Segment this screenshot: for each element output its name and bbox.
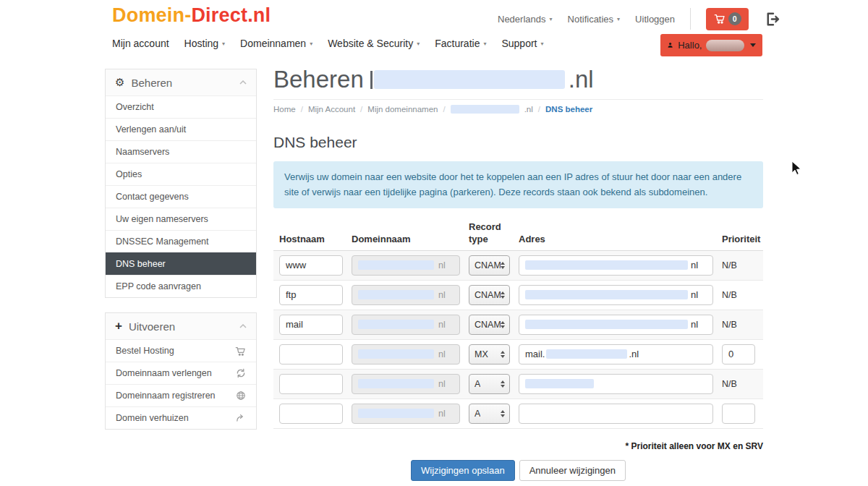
hostname-input[interactable] [279, 315, 343, 335]
cart-icon [235, 346, 246, 357]
record-type-select[interactable]: MX [469, 344, 510, 364]
redacted-text [525, 290, 688, 299]
breadcrumb-domain-suffix[interactable]: .nl [524, 105, 533, 114]
refresh-icon [236, 368, 246, 378]
plus-icon: + [115, 319, 122, 333]
redacted-text [358, 349, 434, 359]
page-title: Beheren .nl [273, 64, 763, 95]
save-changes-button[interactable]: Wijzigingen opslaan [411, 460, 515, 481]
sidebar-item-domein-verhuizen[interactable]: Domein verhuizen [106, 406, 256, 429]
record-type-select[interactable]: CNAM [469, 255, 510, 276]
chevron-down-icon: ▾ [541, 40, 544, 47]
logout-icon[interactable] [764, 11, 780, 27]
logout-link[interactable]: Uitloggen [635, 14, 675, 25]
nav-item-support[interactable]: Support▾ [501, 38, 543, 49]
hostname-input[interactable] [279, 374, 343, 394]
redacted-text [358, 320, 434, 329]
sidebar-item-overzicht[interactable]: Overzicht [106, 95, 256, 118]
chevron-down-icon [750, 43, 756, 47]
select-spinner-icon [501, 262, 505, 269]
address-input[interactable] [519, 404, 713, 424]
hostname-input[interactable] [279, 404, 343, 424]
address-input[interactable]: nl [519, 255, 713, 276]
cart-count-badge: 0 [728, 12, 741, 25]
table-row: nl CNAM nl N/B [273, 310, 763, 340]
sidebar-item-verlengen[interactable]: Verlengen aan/uit [106, 118, 256, 140]
sidebar-item-dns-beheer[interactable]: DNS beheer [106, 252, 256, 275]
sidebar-item-dnssec[interactable]: DNSSEC Management [106, 230, 256, 252]
nav-item-website-security[interactable]: Website & Security▾ [328, 38, 420, 49]
redacted-text [525, 260, 688, 270]
record-type-select[interactable]: A [469, 404, 510, 424]
table-header-row: Hostnaam Domeinnaam Record type Adres Pr… [273, 218, 763, 251]
redacted-text [370, 71, 373, 89]
record-type-select[interactable]: CNAM [469, 285, 510, 305]
chevron-down-icon: ▾ [310, 40, 312, 47]
hostname-input[interactable] [279, 344, 343, 364]
logout-label: Uitloggen [635, 14, 675, 25]
address-input[interactable]: mail..nl [519, 344, 713, 364]
sidebar-header-beheren[interactable]: ⚙ Beheren [106, 69, 256, 95]
redacted-username [706, 40, 744, 51]
breadcrumb-mijn-account[interactable]: Mijn Account [308, 105, 355, 114]
cancel-changes-button[interactable]: Annuleer wijzigingen [519, 460, 626, 481]
sidebar-item-domeinnaam-verlengen[interactable]: Domeinnaam verlengen [106, 362, 256, 384]
user-menu-button[interactable]: Hallo, [660, 34, 762, 56]
brand-logo-part1: Domein- [112, 4, 191, 26]
redacted-text [358, 260, 434, 270]
select-spinner-icon [501, 380, 505, 388]
hostname-input[interactable] [279, 285, 343, 305]
redacted-text [525, 320, 688, 329]
domain-input-disabled: nl [352, 344, 460, 364]
address-input[interactable]: nl [519, 285, 713, 305]
select-spinner-icon [501, 321, 505, 328]
redacted-text [358, 409, 434, 418]
breadcrumb-home[interactable]: Home [273, 105, 296, 114]
table-row: nl A N/B [273, 370, 763, 399]
nav-item-facturatie[interactable]: Facturatie▾ [435, 38, 486, 49]
col-header-domeinnaam: Domeinnaam [352, 234, 460, 245]
user-icon [667, 40, 673, 50]
nav-item-mijn-account[interactable]: Mijn account [112, 38, 169, 49]
address-input[interactable]: nl [519, 315, 713, 335]
redacted-domain [451, 105, 519, 114]
sidebar-item-domeinnaam-registreren[interactable]: Domeinnaam registreren [106, 384, 256, 406]
address-input[interactable] [519, 374, 713, 394]
cart-button[interactable]: 0 [706, 8, 749, 30]
language-menu[interactable]: Nederlands ▾ [498, 14, 553, 25]
chevron-down-icon: ▾ [550, 16, 553, 22]
sidebar-panel-uitvoeren: + Uitvoeren Bestel Hosting Domeinnaam ve… [105, 312, 257, 430]
hostname-input[interactable] [279, 255, 343, 276]
breadcrumb-mijn-domeinnamen[interactable]: Mijn domeinnamen [367, 105, 438, 114]
sidebar-item-epp-code[interactable]: EPP code aanvragen [106, 275, 256, 297]
sidebar-item-contact-gegevens[interactable]: Contact gegevens [106, 185, 256, 208]
table-row: nl CNAM nl N/B [273, 281, 763, 310]
sidebar-item-bestel-hosting[interactable]: Bestel Hosting [106, 339, 256, 362]
priority-value: N/B [722, 290, 764, 300]
select-spinner-icon [501, 291, 505, 299]
priority-input[interactable] [722, 404, 755, 424]
sidebar-header-uitvoeren[interactable]: + Uitvoeren [106, 313, 256, 339]
breadcrumb-current: DNS beheer [545, 105, 592, 114]
sidebar-item-uw-eigen-nameservers[interactable]: Uw eigen nameservers [106, 208, 256, 230]
sidebar-header-label: Uitvoeren [129, 320, 175, 333]
gear-icon: ⚙ [115, 76, 124, 89]
mouse-cursor [791, 161, 803, 176]
language-label: Nederlands [498, 14, 546, 25]
priority-footnote: * Prioriteit alleen voor MX en SRV [273, 441, 763, 451]
sidebar-item-opties[interactable]: Opties [106, 163, 256, 185]
col-header-adres: Adres [519, 234, 713, 245]
priority-input[interactable] [722, 344, 755, 364]
notifications-menu[interactable]: Notificaties ▾ [568, 14, 621, 25]
sidebar-item-naamservers[interactable]: Naamservers [106, 140, 256, 163]
section-title: DNS beheer [273, 134, 763, 151]
nav-item-domeinnamen[interactable]: Domeinnamen▾ [240, 38, 312, 49]
priority-value: N/B [722, 379, 764, 389]
priority-value: N/B [722, 320, 764, 330]
chevron-up-icon [239, 324, 247, 328]
record-type-select[interactable]: CNAM [469, 315, 510, 335]
brand-logo[interactable]: Domein-Direct.nl [112, 4, 271, 27]
record-type-select[interactable]: A [469, 374, 510, 394]
form-actions: Wijzigingen opslaan Annuleer wijzigingen [273, 460, 763, 481]
nav-item-hosting[interactable]: Hosting▾ [184, 38, 225, 49]
